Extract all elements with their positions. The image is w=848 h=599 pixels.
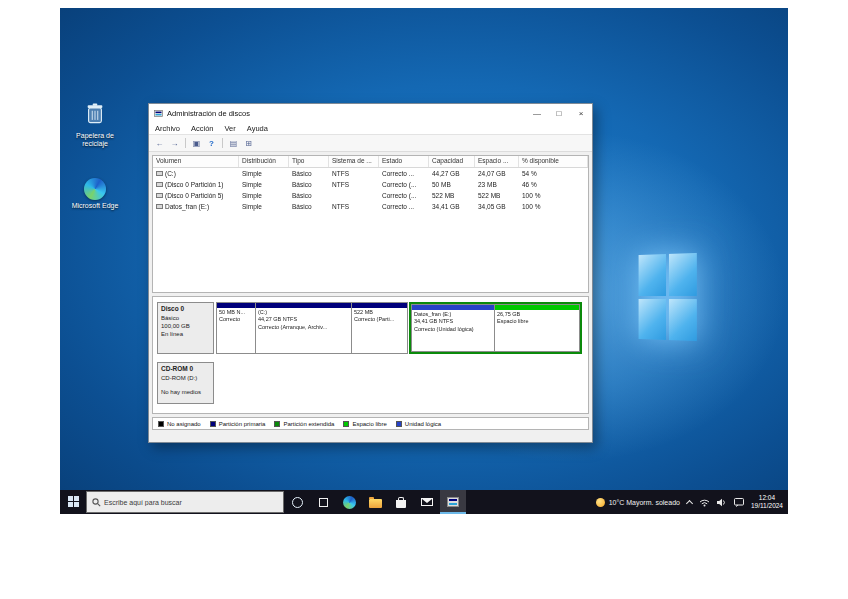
volume-row[interactable]: (Disco 0 Partición 5) Simple Básico Corr… (153, 190, 588, 201)
volume-name: Datos_fran (E:) (165, 203, 209, 210)
search-box[interactable] (86, 491, 284, 513)
volume-name: (Disco 0 Partición 1) (165, 181, 224, 188)
desktop-icon-recycle-bin[interactable]: Papelera de reciclaje (66, 101, 124, 148)
cdrom0-header[interactable]: CD-ROM 0 CD-ROM (D:) No hay medios (157, 362, 214, 404)
forward-icon[interactable]: → (168, 137, 181, 150)
hidden-icons-chevron-icon[interactable] (686, 499, 693, 506)
search-input[interactable] (104, 499, 259, 506)
window-titlebar[interactable]: Administración de discos — □ × (149, 104, 592, 122)
column-header-sistema[interactable]: Sistema de ... (329, 156, 379, 167)
menu-archivo[interactable]: Archivo (155, 124, 180, 133)
properties-icon[interactable]: ▤ (227, 137, 240, 150)
volume-row[interactable]: (Disco 0 Partición 1) Simple Básico NTFS… (153, 179, 588, 190)
partition-system-reserved[interactable]: 50 MB N... Correcto (216, 302, 256, 354)
column-header-volumen[interactable]: Volumen (153, 156, 239, 167)
maximize-button[interactable]: □ (548, 104, 570, 122)
volume-type: Básico (289, 179, 329, 190)
weather-text: 10°C Mayorm. soleado (609, 499, 680, 506)
help-icon[interactable]: ? (205, 137, 218, 150)
volume-layout: Simple (239, 190, 289, 201)
mail-icon[interactable] (414, 490, 440, 514)
legend-swatch-logical (396, 421, 402, 427)
sun-icon (596, 498, 605, 507)
desktop-icon-edge[interactable]: Microsoft Edge (66, 178, 124, 210)
column-header-disponible[interactable]: % disponible (519, 156, 588, 167)
volume-status: Correcto ... (379, 201, 429, 212)
minimize-button[interactable]: — (526, 104, 548, 122)
volume-available: 54 % (519, 168, 588, 179)
disk0-header[interactable]: Disco 0 Básico 100,00 GB En línea (157, 302, 214, 354)
volume-row[interactable]: Datos_fran (E:) Simple Básico NTFS Corre… (153, 201, 588, 212)
volume-capacity: 522 MB (429, 190, 475, 201)
window-title: Administración de discos (167, 109, 250, 118)
store-icon[interactable] (388, 490, 414, 514)
volume-icon (156, 204, 163, 209)
volume-icon (156, 182, 163, 187)
taskbar: 10°C Mayorm. soleado (60, 490, 788, 514)
views-icon[interactable]: ⊞ (242, 137, 255, 150)
start-button[interactable] (60, 490, 86, 514)
column-header-capacidad[interactable]: Capacidad (429, 156, 475, 167)
free-space-block[interactable]: 26,75 GB Espacio libre (494, 304, 580, 352)
toolbar: ← → ▣ ? ▤ ⊞ (149, 135, 592, 152)
menu-ver[interactable]: Ver (225, 124, 236, 133)
volume-capacity: 44,27 GB (429, 168, 475, 179)
volume-name: (Disco 0 Partición 5) (165, 192, 224, 199)
volume-list: Volumen Distribución Tipo Sistema de ...… (152, 155, 589, 293)
cdrom0-row: CD-ROM 0 CD-ROM (D:) No hay medios (157, 362, 584, 404)
console-tree-icon[interactable]: ▣ (190, 137, 203, 150)
windows-wallpaper-logo (639, 253, 697, 341)
partition-recovery[interactable]: 522 MB Correcto (Parti... (351, 302, 408, 354)
volume-icon[interactable] (717, 493, 727, 511)
desktop-icon-label: Microsoft Edge (72, 202, 119, 210)
close-button[interactable]: × (570, 104, 592, 122)
menu-ayuda[interactable]: Ayuda (247, 124, 268, 133)
clock[interactable]: 12:04 19/11/2024 (751, 494, 783, 510)
disk-management-taskbar-icon[interactable] (440, 490, 466, 514)
column-header-tipo[interactable]: Tipo (289, 156, 329, 167)
edge-taskbar-icon[interactable] (336, 490, 362, 514)
volume-free: 34,05 GB (475, 201, 519, 212)
partition-e-datos-fran[interactable]: Datos_fran (E:) 34,41 GB NTFS Correcto (… (411, 304, 495, 352)
column-header-estado[interactable]: Estado (379, 156, 429, 167)
volume-fs: NTFS (329, 201, 379, 212)
network-icon[interactable] (699, 493, 710, 511)
legend-item: Unidad lógica (396, 421, 441, 427)
edge-icon (84, 178, 106, 200)
system-tray: 10°C Mayorm. soleado (596, 490, 788, 514)
legend-swatch-extended (274, 421, 280, 427)
wallpaper-logo-pane (668, 299, 696, 342)
task-view-icon[interactable] (310, 490, 336, 514)
legend-swatch-unallocated (158, 421, 164, 427)
extended-partition: Datos_fran (E:) 34,41 GB NTFS Correcto (… (409, 302, 582, 354)
action-center-icon[interactable] (734, 493, 744, 511)
desktop: Papelera de reciclaje Microsoft Edge Adm… (60, 8, 788, 514)
back-icon[interactable]: ← (153, 137, 166, 150)
cortana-icon[interactable] (284, 490, 310, 514)
legend-item: Espacio libre (343, 421, 386, 427)
column-header-distribucion[interactable]: Distribución (239, 156, 289, 167)
volume-status: Correcto (... (379, 190, 429, 201)
volume-icon (156, 171, 163, 176)
volume-capacity: 50 MB (429, 179, 475, 190)
partition-c[interactable]: (C:) 44,27 GB NTFS Correcto (Arranque, A… (255, 302, 352, 354)
weather-widget[interactable]: 10°C Mayorm. soleado (596, 498, 680, 507)
menu-accion[interactable]: Acción (191, 124, 214, 133)
file-explorer-icon[interactable] (362, 490, 388, 514)
search-icon (92, 493, 101, 511)
volume-status: Correcto ... (379, 168, 429, 179)
disk-status: En línea (161, 330, 210, 338)
volume-type: Básico (289, 190, 329, 201)
disk-graph: Disco 0 Básico 100,00 GB En línea 50 MB … (152, 296, 589, 414)
column-header-espacio[interactable]: Espacio ... (475, 156, 519, 167)
volume-free: 24,07 GB (475, 168, 519, 179)
disk-management-window: Administración de discos — □ × Archivo A… (148, 103, 593, 443)
volume-name: (C:) (165, 170, 176, 177)
toolbar-separator (222, 138, 223, 148)
volume-available: 100 % (519, 201, 588, 212)
disk-management-app-icon (154, 104, 163, 122)
clock-date: 19/11/2024 (751, 502, 783, 510)
window-controls: — □ × (526, 104, 592, 122)
disk-kind: CD-ROM (D:) (161, 374, 210, 382)
volume-row[interactable]: (C:) Simple Básico NTFS Correcto ... 44,… (153, 168, 588, 179)
